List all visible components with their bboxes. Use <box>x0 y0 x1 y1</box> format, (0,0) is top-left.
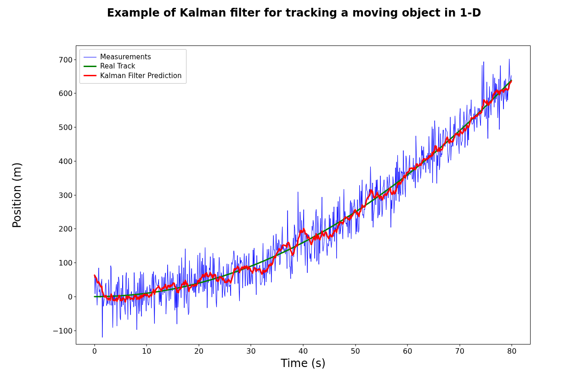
y-tick-label: 700 <box>58 55 73 64</box>
y-tick-mark <box>74 161 76 161</box>
x-tick-mark <box>459 344 460 346</box>
y-tick-mark <box>74 263 76 263</box>
y-tick-mark <box>74 229 76 229</box>
y-axis-label: Position (m) <box>10 162 23 228</box>
axes: Measurements Real Track Kalman Filter Pr… <box>76 45 531 344</box>
legend-label: Real Track <box>100 62 135 71</box>
chart-title: Example of Kalman filter for tracking a … <box>0 6 588 19</box>
legend-swatch-icon <box>84 57 96 57</box>
legend-entry-measurements: Measurements <box>84 52 181 62</box>
legend-label: Kalman Filter Prediction <box>100 71 181 80</box>
y-tick-label: −100 <box>52 326 73 335</box>
x-axis-label: Time (s) <box>281 357 326 370</box>
x-tick-mark <box>512 344 512 346</box>
x-tick-label: 60 <box>403 347 412 356</box>
y-tick-label: 600 <box>58 89 73 98</box>
legend-swatch-icon <box>84 66 96 67</box>
plot-area <box>76 46 530 344</box>
x-tick-mark <box>147 344 147 346</box>
y-tick-mark <box>74 59 76 60</box>
x-tick-label: 80 <box>507 347 516 356</box>
y-tick-label: 100 <box>58 259 73 267</box>
x-tick-label: 20 <box>194 347 204 356</box>
x-tick-mark <box>355 344 356 346</box>
legend-label: Measurements <box>100 52 151 62</box>
y-tick-mark <box>74 127 76 128</box>
x-tick-label: 0 <box>92 347 97 356</box>
y-tick-label: 200 <box>58 225 73 233</box>
x-tick-label: 70 <box>455 347 464 356</box>
legend-entry-kalman: Kalman Filter Prediction <box>84 71 181 80</box>
y-tick-mark <box>74 195 76 195</box>
x-tick-mark <box>198 344 199 346</box>
y-tick-label: 300 <box>58 191 73 199</box>
legend-swatch-icon <box>84 75 96 76</box>
legend: Measurements Real Track Kalman Filter Pr… <box>79 49 187 84</box>
x-tick-label: 10 <box>142 347 151 356</box>
x-tick-mark <box>407 344 408 346</box>
y-tick-label: 0 <box>68 292 73 301</box>
y-tick-mark <box>74 93 76 94</box>
y-tick-mark <box>74 330 76 331</box>
x-tick-label: 30 <box>246 347 255 356</box>
y-tick-label: 400 <box>58 157 73 165</box>
x-tick-mark <box>94 344 95 346</box>
y-tick-label: 500 <box>58 123 73 132</box>
y-tick-mark <box>74 296 76 297</box>
x-tick-mark <box>303 344 304 346</box>
figure: Example of Kalman filter for tracking a … <box>0 0 588 384</box>
x-tick-label: 50 <box>351 347 360 356</box>
legend-entry-real-track: Real Track <box>84 62 181 71</box>
x-tick-label: 40 <box>299 347 308 356</box>
x-tick-mark <box>251 344 251 346</box>
